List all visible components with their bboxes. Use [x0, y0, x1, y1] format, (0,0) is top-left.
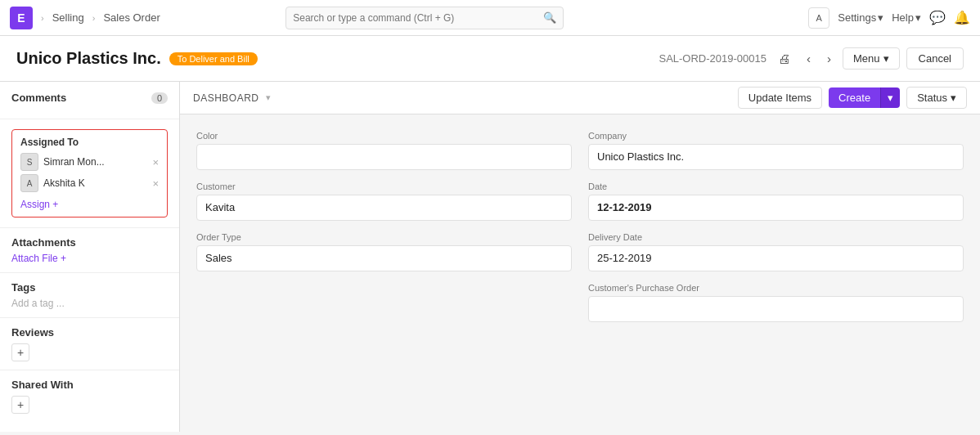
- menu-chevron: ▾: [883, 52, 889, 65]
- purchase-order-value[interactable]: [588, 296, 964, 322]
- assignee-name-1: Akshita K: [43, 177, 147, 189]
- sidebar: Comments 0 Assigned To S Simran Mon... ×…: [0, 82, 180, 432]
- help-label: Help: [892, 11, 914, 24]
- page-header-right: SAL-ORD-2019-00015 🖨 ‹ › Menu ▾ Cancel: [659, 47, 964, 70]
- status-badge: To Deliver and Bill: [169, 52, 258, 65]
- comments-header: Comments 0: [11, 92, 168, 104]
- shared-with-label: Shared With: [11, 379, 168, 391]
- page-header: Unico Plastics Inc. To Deliver and Bill …: [0, 36, 980, 82]
- settings-button[interactable]: Settings ▾: [838, 11, 883, 24]
- reviews-section: Reviews +: [0, 318, 179, 370]
- toolbar-left: DASHBOARD ▾: [193, 92, 271, 104]
- breadcrumb-chevron-1: ›: [41, 13, 44, 23]
- app-logo[interactable]: E: [10, 7, 33, 29]
- menu-button[interactable]: Menu ▾: [843, 47, 900, 70]
- dashboard-chevron[interactable]: ▾: [266, 92, 271, 103]
- form-right: Company Unico Plastics Inc. Date 12-12-2…: [588, 131, 964, 322]
- page-title-group: Unico Plastics Inc. To Deliver and Bill: [16, 49, 258, 68]
- assigned-to-section: Assigned To S Simran Mon... × A Akshita …: [0, 119, 179, 228]
- assignee-remove-0[interactable]: ×: [152, 156, 159, 168]
- breadcrumb-selling[interactable]: Selling: [52, 11, 84, 24]
- update-items-button[interactable]: Update Items: [738, 87, 822, 109]
- create-button[interactable]: Create: [829, 87, 880, 108]
- topnav-right: A Settings ▾ Help ▾ 💬 🔔: [808, 7, 970, 29]
- search-bar[interactable]: 🔍: [285, 7, 564, 29]
- page-title: Unico Plastics Inc.: [16, 49, 161, 68]
- assignee-avatar-1: A: [20, 174, 38, 192]
- help-button[interactable]: Help ▾: [892, 11, 921, 24]
- color-label: Color: [196, 131, 572, 141]
- comments-count: 0: [151, 92, 168, 104]
- main-layout: Comments 0 Assigned To S Simran Mon... ×…: [0, 82, 980, 432]
- attach-file-link[interactable]: Attach File +: [11, 253, 66, 264]
- topnav: E › Selling › Sales Order 🔍 A Settings ▾…: [0, 0, 980, 36]
- add-tag-link[interactable]: Add a tag ...: [11, 298, 65, 309]
- date-group: Date 12-12-2019: [588, 182, 964, 221]
- purchase-order-label: Customer's Purchase Order: [588, 283, 964, 293]
- color-group: Color: [196, 131, 572, 170]
- search-input[interactable]: [293, 12, 538, 24]
- form-left: Color Customer Kavita Order Type Sales: [196, 131, 572, 322]
- content-toolbar: DASHBOARD ▾ Update Items Create ▾ Status…: [180, 82, 980, 114]
- bell-icon[interactable]: 🔔: [954, 10, 970, 25]
- assignee-row-1: A Akshita K ×: [20, 174, 159, 192]
- color-value[interactable]: [196, 144, 572, 170]
- search-icon: 🔍: [543, 11, 556, 24]
- menu-label: Menu: [853, 52, 880, 65]
- delivery-date-label: Delivery Date: [588, 232, 964, 242]
- comments-section: Comments 0: [0, 82, 179, 119]
- toolbar-right: Update Items Create ▾ Status ▾: [738, 87, 967, 109]
- comments-label: Comments: [11, 92, 66, 104]
- delivery-date-group: Delivery Date 25-12-2019: [588, 232, 964, 271]
- purchase-order-group: Customer's Purchase Order: [588, 283, 964, 322]
- order-type-label: Order Type: [196, 232, 572, 242]
- chat-icon[interactable]: 💬: [929, 10, 946, 25]
- form-area: Color Customer Kavita Order Type Sales C…: [180, 114, 980, 339]
- cancel-button[interactable]: Cancel: [906, 47, 964, 70]
- assignee-name-0: Simran Mon...: [43, 156, 147, 168]
- breadcrumb-sales-order[interactable]: Sales Order: [103, 11, 160, 24]
- doc-id: SAL-ORD-2019-00015: [659, 52, 766, 65]
- reviews-add-button[interactable]: +: [11, 343, 29, 361]
- customer-label: Customer: [196, 182, 572, 191]
- company-group: Company Unico Plastics Inc.: [588, 131, 964, 170]
- prev-button[interactable]: ‹: [802, 49, 816, 68]
- status-chevron: ▾: [951, 92, 956, 104]
- customer-group: Customer Kavita: [196, 182, 572, 221]
- assigned-to-label: Assigned To: [20, 137, 159, 148]
- status-label: Status: [917, 92, 947, 104]
- order-type-value[interactable]: Sales: [196, 245, 572, 271]
- assigned-to-box: Assigned To S Simran Mon... × A Akshita …: [11, 129, 168, 218]
- date-value[interactable]: 12-12-2019: [588, 195, 964, 221]
- reviews-label: Reviews: [11, 326, 168, 339]
- shared-add-button[interactable]: +: [11, 396, 29, 414]
- print-button[interactable]: 🖨: [773, 49, 795, 68]
- next-button[interactable]: ›: [822, 49, 836, 68]
- company-label: Company: [588, 131, 964, 141]
- assignee-remove-1[interactable]: ×: [152, 177, 159, 190]
- breadcrumb-chevron-2: ›: [92, 13, 96, 23]
- tags-label: Tags: [11, 281, 168, 294]
- assignee-row-0: S Simran Mon... ×: [20, 153, 159, 171]
- tags-section: Tags Add a tag ...: [0, 273, 179, 318]
- attachments-section: Attachments Attach File +: [0, 228, 179, 273]
- customer-value[interactable]: Kavita: [196, 195, 572, 221]
- attachments-label: Attachments: [11, 236, 168, 249]
- settings-label: Settings: [838, 11, 876, 24]
- dashboard-label[interactable]: DASHBOARD: [193, 92, 259, 104]
- shared-with-section: Shared With +: [0, 370, 179, 422]
- settings-chevron: ▾: [878, 11, 883, 24]
- company-value[interactable]: Unico Plastics Inc.: [588, 144, 964, 170]
- help-chevron: ▾: [915, 11, 921, 24]
- content-area: DASHBOARD ▾ Update Items Create ▾ Status…: [180, 82, 980, 432]
- delivery-date-value[interactable]: 25-12-2019: [588, 245, 964, 271]
- date-label: Date: [588, 182, 964, 191]
- create-button-group: Create ▾: [829, 87, 900, 108]
- create-caret-button[interactable]: ▾: [880, 87, 900, 108]
- assignee-avatar-0: S: [20, 153, 38, 171]
- order-type-group: Order Type Sales: [196, 232, 572, 271]
- status-button[interactable]: Status ▾: [906, 87, 967, 109]
- assign-link[interactable]: Assign +: [20, 199, 58, 210]
- user-avatar[interactable]: A: [808, 7, 829, 29]
